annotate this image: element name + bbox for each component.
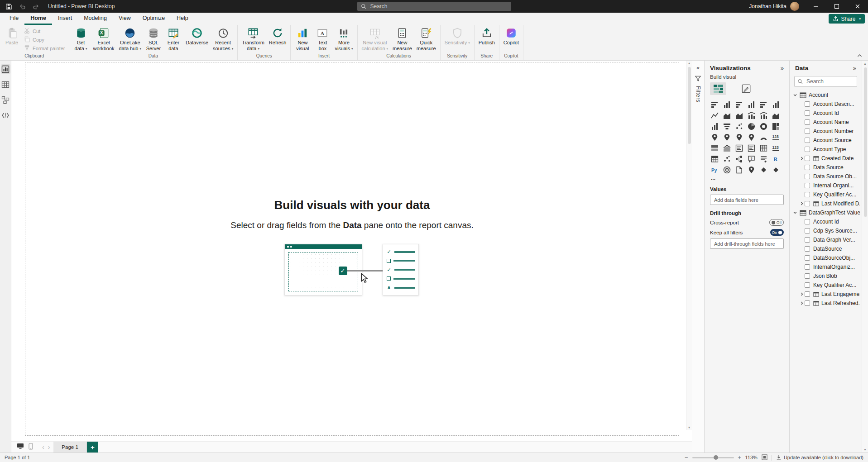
field-checkbox[interactable] xyxy=(805,119,810,125)
kpi-visual-button[interactable] xyxy=(721,143,733,153)
report-canvas[interactable]: Build visuals with your data Select or d… xyxy=(11,61,692,441)
zoom-slider-thumb[interactable] xyxy=(714,455,718,460)
area-chart-visual-button[interactable] xyxy=(721,110,733,120)
treemap-visual-button[interactable] xyxy=(770,121,782,131)
field-checkbox[interactable] xyxy=(805,282,810,288)
new-visual-calculation-button[interactable]: fxNew visualcalculation▾ xyxy=(360,26,391,52)
undo-button[interactable] xyxy=(16,1,28,12)
field-key-qualifier-ac[interactable]: Key Qualifier Ac... xyxy=(790,281,862,290)
field-datasource[interactable]: DataSource xyxy=(790,244,862,253)
slicer-visual-button[interactable] xyxy=(734,143,745,153)
menu-view[interactable]: View xyxy=(113,13,137,25)
build-visual-tab[interactable] xyxy=(710,82,726,95)
field-checkbox[interactable] xyxy=(805,129,810,134)
stacked-area-chart-visual-button[interactable] xyxy=(734,110,745,120)
data-search-box[interactable] xyxy=(794,76,857,87)
filled-map-visual-button[interactable] xyxy=(721,132,733,142)
global-search-input[interactable] xyxy=(369,3,508,10)
chevron-right-icon[interactable] xyxy=(800,292,804,296)
cut-button[interactable]: Cut xyxy=(22,27,67,35)
excel-workbook-button[interactable]: XExcelworkbook xyxy=(91,26,117,52)
copilot-button[interactable]: Copilot xyxy=(501,26,521,46)
new-slicer-visual-button[interactable] xyxy=(746,143,757,153)
field-checkbox[interactable] xyxy=(805,192,810,197)
multi-row-card-visual-button[interactable] xyxy=(709,143,720,153)
pane-vertical-scrollbar[interactable]: ▲ ▼ xyxy=(862,61,868,452)
values-field-well[interactable]: Add data fields here xyxy=(710,195,784,205)
menu-modeling[interactable]: Modeling xyxy=(78,13,113,25)
format-painter-button[interactable]: Format painter xyxy=(22,44,67,52)
drill-through-field-well[interactable]: Add drill-through fields here xyxy=(710,238,784,249)
scrollbar-thumb[interactable] xyxy=(864,67,867,217)
python-visual-visual-button[interactable]: Py xyxy=(709,165,720,175)
line-and-stacked-column-chart-visual-button[interactable] xyxy=(746,110,757,120)
field-checkbox[interactable] xyxy=(805,174,810,179)
get-more-visuals-button[interactable]: ... xyxy=(705,175,722,182)
enter-data-button[interactable]: Enterdata xyxy=(163,26,183,52)
collapse-ribbon-button[interactable] xyxy=(855,52,863,59)
field-checkbox[interactable] xyxy=(805,165,810,170)
field-account-id[interactable]: Account Id xyxy=(790,109,862,118)
desktop-layout-button[interactable] xyxy=(17,443,24,451)
more-visuals-button[interactable]: Morevisuals▾ xyxy=(332,26,355,52)
field-data-source[interactable]: Data Source xyxy=(790,163,862,172)
menu-file[interactable]: File xyxy=(4,13,24,25)
scroll-up-icon[interactable]: ▲ xyxy=(686,62,692,65)
decomposition-tree-visual-button[interactable] xyxy=(734,154,745,164)
pie-chart-visual-button[interactable] xyxy=(746,121,757,131)
field-account-type[interactable]: Account Type xyxy=(790,145,862,154)
minimize-button[interactable] xyxy=(806,0,826,13)
keep-all-filters-toggle[interactable]: On xyxy=(770,229,784,236)
arcgis-map-visual-button[interactable] xyxy=(746,165,757,175)
key-influencers-visual-button[interactable] xyxy=(721,154,733,164)
chevron-right-icon[interactable] xyxy=(800,201,804,206)
sensitivity-button[interactable]: Sensitivity▾ xyxy=(442,26,472,47)
funnel-chart-visual-button[interactable] xyxy=(721,121,733,131)
zoom-slider[interactable] xyxy=(692,457,734,458)
field-checkbox[interactable] xyxy=(805,219,810,224)
menu-home[interactable]: Home xyxy=(24,13,52,25)
copy-button[interactable]: Copy xyxy=(22,36,67,43)
power-apps-visual-button[interactable] xyxy=(758,165,769,175)
dataverse-button[interactable]: Dataverse xyxy=(183,26,211,46)
text-box-button[interactable]: ATextbox xyxy=(312,26,332,52)
field-checkbox[interactable] xyxy=(805,138,810,143)
waterfall-chart-visual-button[interactable] xyxy=(709,121,720,131)
menu-help[interactable]: Help xyxy=(171,13,194,25)
field-cdp-sys-source[interactable]: Cdp Sys Source... xyxy=(790,226,862,235)
table-view-button[interactable] xyxy=(1,80,10,89)
field-account-source[interactable]: Account Source xyxy=(790,136,862,145)
field-account-descri[interactable]: Account Descri... xyxy=(790,100,862,109)
mobile-layout-button[interactable] xyxy=(29,443,33,452)
global-search-box[interactable] xyxy=(357,2,511,11)
field-checkbox[interactable] xyxy=(805,273,810,279)
sql-server-button[interactable]: SQLServer xyxy=(144,26,163,52)
paginated-report-visual-button[interactable] xyxy=(734,165,745,175)
clustered-column-chart-visual-button[interactable] xyxy=(746,100,757,110)
power-automate-visual-button[interactable] xyxy=(770,165,782,175)
azure-map-visual-button[interactable] xyxy=(734,132,745,142)
paste-button[interactable]: Paste xyxy=(2,26,22,46)
field-last-refreshed[interactable]: Last Refreshed... xyxy=(790,299,862,308)
field-data-source-ob[interactable]: Data Source Ob... xyxy=(790,172,862,181)
scatter-chart-visual-button[interactable] xyxy=(734,121,745,131)
field-internal-organi[interactable]: Internal Organi... xyxy=(790,181,862,190)
zoom-out-button[interactable]: − xyxy=(685,454,688,461)
scroll-down-icon[interactable]: ▼ xyxy=(686,426,692,429)
field-checkbox[interactable] xyxy=(805,201,810,206)
refresh-button[interactable]: Refresh xyxy=(267,26,289,46)
field-account-number[interactable]: Account Number xyxy=(790,127,862,136)
scrollbar-thumb[interactable] xyxy=(688,67,691,144)
field-datasourceobj[interactable]: DataSourceObj... xyxy=(790,253,862,262)
quick-measure-button[interactable]: Quickmeasure xyxy=(414,26,438,52)
field-account-name[interactable]: Account Name xyxy=(790,118,862,127)
new-page-button[interactable]: + xyxy=(87,442,98,452)
field-checkbox[interactable] xyxy=(805,110,810,116)
table-datagraphtest-value[interactable]: DataGraphTest Value ... xyxy=(790,208,862,217)
next-page-button[interactable]: › xyxy=(48,443,50,451)
metrics-visual-button[interactable] xyxy=(721,165,733,175)
map-visual-button[interactable] xyxy=(709,132,720,142)
field-checkbox[interactable] xyxy=(805,291,810,297)
report-page[interactable]: Build visuals with your data Select or d… xyxy=(25,62,679,436)
share-button[interactable]: Share ▾ xyxy=(829,14,865,24)
